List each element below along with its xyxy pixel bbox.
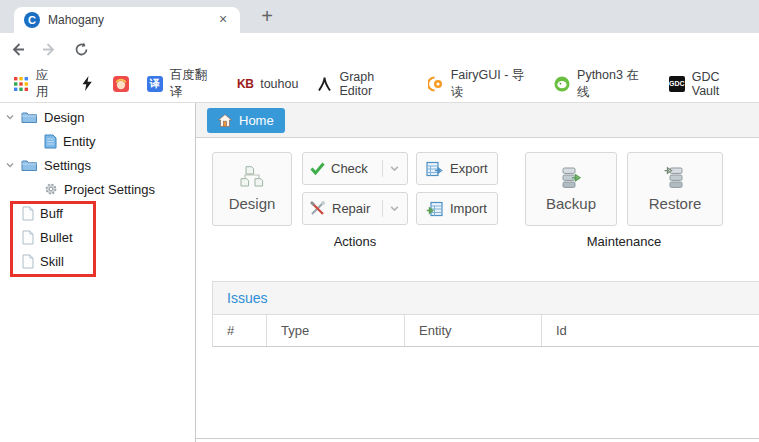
chevron-down-icon[interactable] bbox=[389, 163, 400, 174]
fairygui-icon bbox=[428, 76, 444, 92]
bookmark-gdc-vault[interactable]: GDC GDC Vault bbox=[660, 71, 759, 97]
repair-tools-icon bbox=[310, 201, 326, 216]
folder-icon bbox=[21, 158, 38, 172]
issues-panel-title: Issues bbox=[213, 282, 759, 315]
page-icon bbox=[22, 206, 34, 221]
new-tab-button[interactable]: + bbox=[254, 5, 280, 29]
tree-item-design[interactable]: Design bbox=[0, 105, 195, 129]
tree-item-label: Design bbox=[44, 110, 84, 125]
bookmark-label: touhou bbox=[260, 77, 298, 91]
bookmark-touhou[interactable]: KB touhou bbox=[228, 71, 307, 97]
bookmarks-bar: 应用 译 百度翻译 KB touhou Graph Editor bbox=[0, 65, 759, 103]
design-button[interactable]: Design bbox=[212, 152, 292, 226]
bookmark-lightning[interactable] bbox=[70, 71, 104, 97]
tree-item-label: Settings bbox=[44, 158, 91, 173]
tree-item-label: Project Settings bbox=[64, 182, 155, 197]
tree-item-label: Skill bbox=[40, 254, 64, 269]
reload-icon[interactable] bbox=[73, 41, 90, 58]
browser-tab[interactable]: C Mahogany × bbox=[14, 7, 240, 33]
chevron-down-icon[interactable] bbox=[5, 160, 15, 170]
bookmark-label: Graph Editor bbox=[339, 70, 409, 98]
folder-icon bbox=[21, 110, 38, 124]
tab-close-icon[interactable]: × bbox=[214, 11, 232, 29]
actions-group-label: Actions bbox=[212, 234, 498, 249]
app-content: Design Entity Settings Project Settings bbox=[0, 103, 759, 442]
kb-icon: KB bbox=[237, 76, 253, 92]
sitemap-icon bbox=[239, 166, 265, 190]
tree-item-skill[interactable]: Skill bbox=[0, 249, 195, 273]
apps-grid-icon bbox=[13, 76, 29, 92]
bookmark-baidu-translate[interactable]: 译 百度翻译 bbox=[138, 71, 229, 97]
tree-item-project-settings[interactable]: Project Settings bbox=[0, 177, 195, 201]
tree-item-label: Entity bbox=[63, 134, 96, 149]
column-header-number[interactable]: # bbox=[213, 315, 267, 346]
page-icon bbox=[22, 254, 34, 269]
tree-item-entity[interactable]: Entity bbox=[0, 129, 195, 153]
tab-home-label: Home bbox=[239, 113, 274, 128]
tree-item-settings[interactable]: Settings bbox=[0, 153, 195, 177]
python-icon bbox=[554, 76, 570, 92]
main-panel: Home Design bbox=[196, 103, 759, 442]
bookmark-python3[interactable]: Python3 在线 bbox=[545, 71, 660, 97]
export-table-icon bbox=[426, 161, 443, 177]
export-button[interactable]: Export bbox=[416, 152, 498, 185]
baidu-translate-icon: 译 bbox=[147, 76, 163, 92]
split-divider bbox=[382, 160, 383, 177]
back-icon[interactable] bbox=[9, 41, 26, 58]
import-button[interactable]: Import bbox=[416, 192, 498, 225]
bookmark-label: GDC Vault bbox=[692, 70, 750, 98]
tree-item-bullet[interactable]: Bullet bbox=[0, 225, 195, 249]
forward-icon[interactable] bbox=[41, 41, 58, 58]
repair-button[interactable]: Repair bbox=[302, 192, 408, 225]
actions-group: Design Check bbox=[212, 152, 498, 249]
column-header-entity[interactable]: Entity bbox=[405, 315, 542, 346]
tree-item-label: Bullet bbox=[40, 230, 73, 245]
bookmark-graph-editor[interactable]: Graph Editor bbox=[307, 71, 418, 97]
tree-item-buff[interactable]: Buff bbox=[0, 201, 195, 225]
design-button-label: Design bbox=[229, 195, 276, 212]
bookmark-label: FairyGUI - 导读 bbox=[451, 67, 536, 101]
browser-tab-strip: C Mahogany × + bbox=[0, 0, 759, 33]
tree-item-label: Buff bbox=[40, 206, 63, 221]
bookmark-apps[interactable]: 应用 bbox=[4, 71, 70, 97]
restore-button[interactable]: Restore bbox=[627, 152, 723, 226]
backup-button-label: Backup bbox=[546, 195, 596, 212]
page-icon bbox=[22, 230, 34, 245]
bookmark-label: 应用 bbox=[36, 67, 61, 101]
navigation-tree: Design Entity Settings Project Settings bbox=[0, 103, 196, 442]
ribbon: Design Check bbox=[196, 138, 759, 281]
anime-face-icon bbox=[113, 76, 129, 92]
document-icon bbox=[44, 134, 57, 149]
browser-toolbar: localhost:44213/#home bbox=[0, 33, 759, 65]
content-bottom-border bbox=[196, 438, 759, 439]
check-button[interactable]: Check bbox=[302, 152, 408, 185]
import-button-label: Import bbox=[450, 201, 487, 216]
column-header-type[interactable]: Type bbox=[267, 315, 405, 346]
check-icon bbox=[310, 162, 325, 175]
gear-icon bbox=[44, 182, 58, 196]
column-header-id[interactable]: Id bbox=[542, 315, 759, 346]
maintenance-group-label: Maintenance bbox=[525, 234, 723, 249]
lightning-icon bbox=[79, 76, 95, 92]
restore-database-icon bbox=[663, 166, 687, 190]
bookmark-anime[interactable] bbox=[104, 71, 138, 97]
repair-button-label: Repair bbox=[332, 201, 370, 216]
bookmark-label: Python3 在线 bbox=[577, 67, 651, 101]
backup-button[interactable]: Backup bbox=[525, 152, 617, 226]
backup-database-icon bbox=[559, 166, 583, 190]
gdc-icon: GDC bbox=[669, 76, 685, 92]
check-button-label: Check bbox=[331, 161, 368, 176]
maintenance-group: Backup Restore bbox=[525, 152, 723, 249]
site-favicon: C bbox=[24, 12, 40, 28]
chevron-down-icon[interactable] bbox=[5, 112, 15, 122]
person-icon bbox=[316, 76, 332, 92]
tab-title: Mahogany bbox=[48, 13, 214, 27]
tab-home[interactable]: Home bbox=[207, 108, 285, 133]
export-button-label: Export bbox=[450, 161, 488, 176]
bookmark-label: 百度翻译 bbox=[170, 67, 220, 101]
issues-panel: Issues # Type Entity Id bbox=[212, 281, 759, 347]
chevron-down-icon[interactable] bbox=[389, 203, 400, 214]
restore-button-label: Restore bbox=[649, 195, 702, 212]
bookmark-fairygui[interactable]: FairyGUI - 导读 bbox=[419, 71, 545, 97]
home-icon bbox=[218, 114, 232, 127]
